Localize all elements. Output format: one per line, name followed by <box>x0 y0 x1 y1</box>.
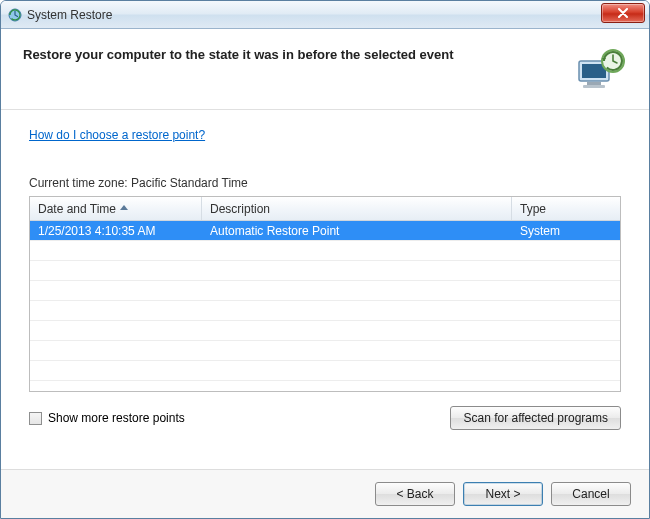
checkbox-label: Show more restore points <box>48 411 185 425</box>
system-restore-icon <box>7 7 23 23</box>
system-restore-window: System Restore Restore your computer to … <box>0 0 650 519</box>
timezone-label: Current time zone: Pacific Standard Time <box>29 176 621 190</box>
table-body: 1/25/2013 4:10:35 AM Automatic Restore P… <box>30 221 620 381</box>
column-date-time[interactable]: Date and Time <box>30 197 202 220</box>
table-row-empty <box>30 301 620 321</box>
column-label: Description <box>210 202 270 216</box>
next-button[interactable]: Next > <box>463 482 543 506</box>
restore-points-table: Date and Time Description Type 1/25/2013… <box>29 196 621 392</box>
column-description[interactable]: Description <box>202 197 512 220</box>
cell-date: 1/25/2013 4:10:35 AM <box>30 221 202 240</box>
table-header: Date and Time Description Type <box>30 197 620 221</box>
svg-rect-3 <box>587 82 601 85</box>
window-title: System Restore <box>27 8 112 22</box>
wizard-footer: < Back Next > Cancel <box>1 469 649 518</box>
show-more-checkbox[interactable]: Show more restore points <box>29 411 185 425</box>
cell-description: Automatic Restore Point <box>202 221 512 240</box>
column-label: Type <box>520 202 546 216</box>
column-label: Date and Time <box>38 202 116 216</box>
scan-affected-programs-button[interactable]: Scan for affected programs <box>450 406 621 430</box>
help-link[interactable]: How do I choose a restore point? <box>29 128 621 142</box>
table-row-empty <box>30 321 620 341</box>
back-button[interactable]: < Back <box>375 482 455 506</box>
cancel-button[interactable]: Cancel <box>551 482 631 506</box>
table-row-empty <box>30 261 620 281</box>
table-row-empty <box>30 241 620 261</box>
content-area: Restore your computer to the state it wa… <box>1 29 649 518</box>
table-row-empty <box>30 361 620 381</box>
cell-type: System <box>512 221 620 240</box>
restore-point-icon <box>573 47 627 93</box>
column-type[interactable]: Type <box>512 197 620 220</box>
titlebar[interactable]: System Restore <box>1 1 649 29</box>
svg-rect-4 <box>583 85 605 88</box>
table-row-empty <box>30 341 620 361</box>
checkbox-icon <box>29 412 42 425</box>
header-strip: Restore your computer to the state it wa… <box>1 29 649 110</box>
table-row[interactable]: 1/25/2013 4:10:35 AM Automatic Restore P… <box>30 221 620 241</box>
close-button[interactable] <box>601 3 645 23</box>
body: How do I choose a restore point? Current… <box>1 110 649 469</box>
table-row-empty <box>30 281 620 301</box>
sort-ascending-icon <box>120 205 128 210</box>
below-table-row: Show more restore points Scan for affect… <box>29 406 621 430</box>
page-heading: Restore your computer to the state it wa… <box>23 47 454 62</box>
